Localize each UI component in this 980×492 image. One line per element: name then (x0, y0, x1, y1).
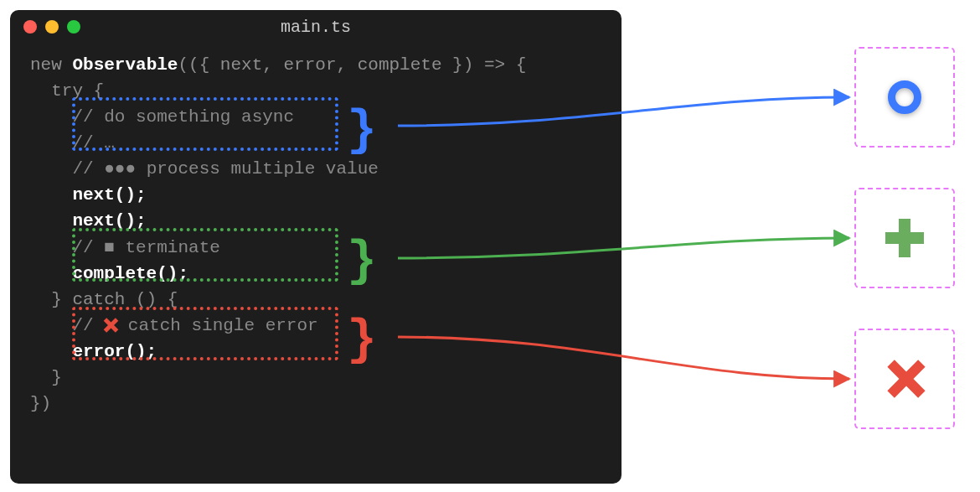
code-line: // … (30, 130, 601, 156)
code-text: Observable (72, 55, 178, 75)
code-text: // (30, 316, 104, 335)
code-line: // do something async (30, 104, 601, 130)
code-text: error(); (30, 342, 157, 361)
x-icon (104, 319, 117, 332)
target-x (854, 329, 955, 429)
x-icon (885, 360, 924, 398)
code-text: }) (30, 394, 51, 413)
code-text: terminate (115, 238, 220, 257)
code-window: main.ts new Observable(({ next, error, c… (10, 10, 622, 484)
code-line: error(); (30, 339, 601, 365)
code-text: process multiple value (136, 159, 379, 179)
code-line: // ●●● process multiple value (30, 156, 601, 182)
code-text: next(); (30, 211, 147, 230)
code-text: // (30, 159, 104, 179)
plus-icon (885, 219, 924, 257)
code-text: complete(); (30, 264, 188, 283)
code-line: }) (30, 391, 601, 417)
code-line: } catch () { (30, 287, 601, 313)
code-line: next(); (30, 208, 601, 234)
title-bar: main.ts (10, 10, 622, 44)
code-text: } catch () { (30, 290, 178, 309)
code-text: try { (30, 81, 104, 101)
code-text: next(); (30, 185, 147, 205)
circle-icon (888, 80, 921, 114)
code-line: new Observable(({ next, error, complete … (30, 52, 601, 78)
code-text: (({ next, error, complete }) => { (178, 55, 526, 75)
code-line: next(); (30, 182, 601, 208)
square-icon: ■ (104, 238, 115, 257)
code-line: } (30, 365, 601, 391)
code-text: // do something async (30, 107, 294, 127)
code-text: // (30, 238, 104, 257)
target-plus (854, 188, 955, 288)
code-text: catch single error (117, 316, 317, 335)
code-body: new Observable(({ next, error, complete … (10, 44, 622, 433)
filename-label: main.ts (10, 18, 622, 37)
code-line: // ■ terminate (30, 235, 601, 261)
code-line: try { (30, 78, 601, 104)
code-line: // catch single error (30, 313, 601, 339)
dots-icon: ●●● (104, 159, 136, 179)
code-text: // … (30, 133, 115, 153)
code-text: } (30, 368, 62, 387)
code-line: complete(); (30, 261, 601, 287)
code-text: new (30, 55, 72, 75)
target-circle (854, 47, 955, 148)
